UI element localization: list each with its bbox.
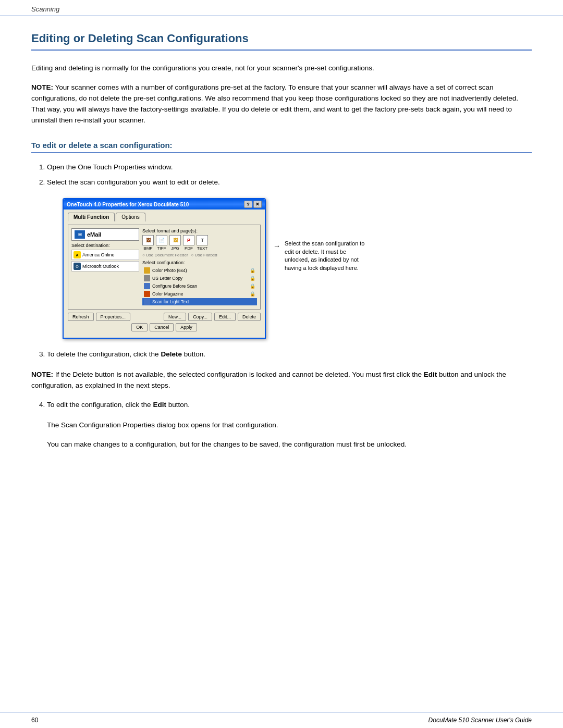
format-text[interactable]: T TEXT (197, 235, 208, 251)
pdf-icon: P (183, 235, 194, 245)
page-title: Editing or Deleting Scan Configurations (31, 32, 532, 51)
config-lock-3: 🔒 (250, 291, 255, 297)
config-item-4[interactable]: Scan for Light Text (142, 298, 257, 305)
dialog-title: OneTouch 4.0 Properties for Xerox DocuMa… (67, 202, 189, 207)
section-heading: To edit or delete a scan configuration: (31, 141, 532, 153)
format-label: Select format and page(s): (142, 228, 257, 233)
content-area: Editing or Deleting Scan Configurations … (0, 16, 563, 490)
header-bar: Scanning (0, 0, 563, 16)
copy-button[interactable]: Copy... (188, 313, 212, 321)
step-2: Select the scan configuration you want t… (47, 177, 532, 188)
jpg-icon: 🖼 (169, 235, 181, 245)
steps-after-dialog: To delete the configuration, click the D… (47, 349, 532, 360)
format-jpg[interactable]: 🖼 JPG (169, 235, 181, 251)
steps-list: Open the One Touch Properties window. Se… (47, 162, 532, 188)
config-lock-0: 🔒 (250, 268, 255, 273)
indent-para-1: The Scan Configuration Properties dialog… (47, 420, 532, 431)
format-icons: 🖼 BMP 📄 TIFF 🖼 JPG (142, 235, 257, 251)
footer: 60 DocuMate 510 Scanner User's Guide (0, 712, 563, 728)
panel-right: Select format and page(s): 🖼 BMP 📄 TIFF (142, 228, 257, 306)
delete-button[interactable]: Delete (238, 313, 261, 321)
config-item-3[interactable]: Color Magazine 🔒 (142, 290, 257, 298)
config-icon-1 (144, 275, 150, 281)
dialog-close-button[interactable]: ✕ (253, 201, 262, 208)
email-header: ✉ eMail (71, 228, 139, 241)
page: Scanning Editing or Deleting Scan Config… (0, 0, 563, 728)
email-icon: ✉ (75, 230, 85, 239)
config-name-4: Scan for Light Text (152, 299, 189, 304)
step-1: Open the One Touch Properties window. (47, 162, 532, 173)
dialog-annotation: ← Select the scan configuration to edit … (273, 240, 367, 272)
config-item-0[interactable]: Color Photo (6x4) 🔒 (142, 267, 257, 274)
note-2-text: If the Delete button is not available, t… (53, 371, 424, 378)
config-icon-4 (144, 299, 150, 305)
note-1-label: NOTE: (31, 83, 53, 91)
dialog-tabs: Multi Function Options (68, 213, 261, 221)
step-4-list: To edit the configuration, click the Edi… (47, 400, 532, 411)
new-button[interactable]: New... (164, 313, 186, 321)
text-label: TEXT (197, 246, 207, 251)
footer-page-number: 60 (31, 717, 38, 724)
note-2-bold: Edit (424, 371, 437, 378)
apply-button[interactable]: Apply (176, 323, 197, 331)
note-2-label: NOTE: (31, 371, 53, 378)
step-3-text: To delete the configuration, click the (47, 350, 161, 358)
config-item-1[interactable]: US Letter Copy 🔒 (142, 275, 257, 282)
step-4-text: To edit the configuration, click the (47, 401, 153, 409)
section-label: Scanning (31, 5, 59, 13)
config-name-3: Color Magazine (152, 291, 183, 297)
titlebar-buttons: ? ✕ (244, 201, 262, 208)
destination-aol[interactable]: A America Online (71, 250, 139, 260)
config-label: Select configuration: (142, 260, 257, 265)
dialog-btn-row-1: Refresh Properties... New... Copy... Edi… (68, 313, 261, 321)
note-1-text: Your scanner comes with a number of conf… (31, 83, 518, 124)
select-destination-label: Select destination: (71, 243, 139, 248)
dialog-btn-row-2: OK Cancel Apply (68, 323, 261, 331)
step-3: To delete the configuration, click the D… (47, 349, 532, 360)
outlook-icon: O (74, 263, 81, 270)
feeder-options: ○ Use Document Feeder ○ Use Flatbed (142, 253, 257, 257)
config-lock-2: 🔒 (250, 283, 255, 289)
config-icon-2 (144, 283, 150, 289)
ok-button[interactable]: OK (131, 323, 148, 331)
dialog-titlebar: OneTouch 4.0 Properties for Xerox DocuMa… (64, 199, 265, 209)
note-2: NOTE: If the Delete button is not availa… (31, 369, 532, 391)
format-bmp[interactable]: 🖼 BMP (142, 235, 154, 251)
dialog-help-button[interactable]: ? (244, 201, 252, 208)
properties-button[interactable]: Properties... (96, 313, 131, 321)
feeder-option-1: ○ Use Document Feeder (142, 253, 188, 257)
format-tiff[interactable]: 📄 TIFF (156, 235, 167, 251)
dialog-bottom: Refresh Properties... New... Copy... Edi… (68, 313, 261, 331)
bmp-label: BMP (143, 246, 152, 251)
step-3-after: button. (182, 350, 205, 358)
tab-options[interactable]: Options (116, 213, 145, 221)
dialog-area: OneTouch 4.0 Properties for Xerox DocuMa… (63, 198, 532, 339)
step-4-after: button. (166, 401, 190, 409)
config-icon-0 (144, 267, 150, 274)
note-1: NOTE: Your scanner comes with a number o… (31, 82, 532, 126)
config-icon-3 (144, 291, 150, 297)
config-item-2[interactable]: Configure Before Scan 🔒 (142, 282, 257, 290)
config-name-2: Configure Before Scan (152, 283, 197, 289)
destination-outlook[interactable]: O Microsoft Outlook (71, 261, 139, 272)
tab-multi-function[interactable]: Multi Function (68, 213, 115, 221)
pdf-label: PDF (185, 246, 193, 251)
config-name-0: Color Photo (6x4) (152, 268, 187, 273)
dialog-body: Multi Function Options ✉ eMail Select de… (64, 209, 265, 338)
indent-para-2: You can make changes to a configuration,… (47, 439, 532, 450)
text-icon: T (197, 235, 208, 245)
format-pdf[interactable]: P PDF (183, 235, 194, 251)
refresh-button[interactable]: Refresh (68, 313, 94, 321)
cancel-button[interactable]: Cancel (150, 323, 174, 331)
footer-document-title: DocuMate 510 Scanner User's Guide (429, 717, 532, 724)
edit-button[interactable]: Edit... (214, 313, 236, 321)
indent-block: The Scan Configuration Properties dialog… (47, 420, 532, 450)
tiff-label: TIFF (157, 246, 166, 251)
jpg-label: JPG (171, 246, 179, 251)
panel-left: ✉ eMail Select destination: A America On… (71, 228, 139, 306)
annotation-arrow-icon: ← (273, 242, 280, 250)
dialog-panel: ✉ eMail Select destination: A America On… (68, 225, 261, 310)
step-3-bold: Delete (161, 350, 182, 358)
intro-paragraph: Editing and deleting is normally for the… (31, 63, 532, 74)
dest-aol-name: America Online (82, 252, 115, 257)
